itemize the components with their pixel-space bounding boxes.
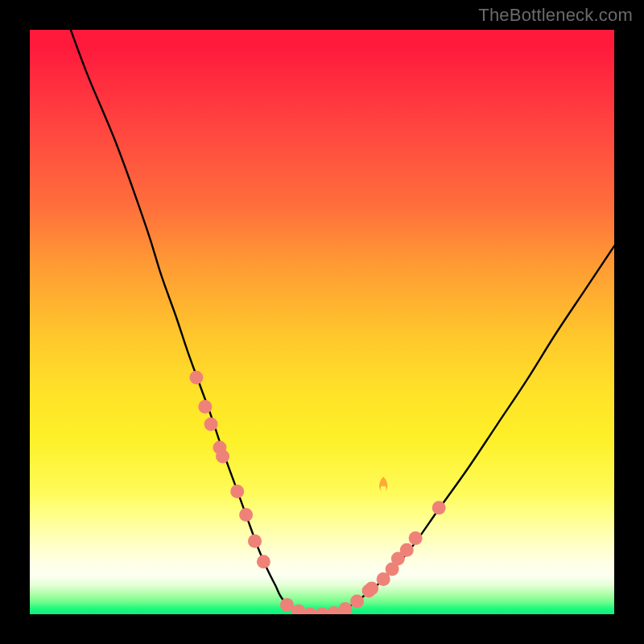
data-point (239, 508, 253, 522)
flame-icon (379, 477, 387, 492)
flame-marker-icon (379, 477, 387, 492)
bottleneck-curve (71, 30, 614, 614)
data-point (230, 485, 244, 498)
plot-area (30, 30, 614, 614)
data-point (316, 608, 329, 615)
data-point (339, 602, 353, 614)
data-point (400, 543, 414, 557)
data-point (204, 418, 218, 431)
data-point (257, 555, 270, 568)
data-point (409, 531, 423, 545)
data-point (303, 608, 317, 615)
data-point (280, 598, 294, 612)
data-point (350, 595, 364, 609)
watermark-text: TheBottleneck.com (478, 5, 633, 26)
data-point (216, 449, 229, 463)
chart-frame: TheBottleneck.com (0, 0, 644, 644)
data-point (365, 582, 378, 596)
data-markers (189, 370, 445, 614)
chart-svg (30, 30, 614, 614)
data-point (189, 370, 203, 384)
data-point (248, 535, 262, 548)
data-point (291, 605, 305, 614)
data-point (432, 501, 446, 514)
data-point (327, 606, 341, 614)
data-point (198, 400, 212, 414)
curve-layer (71, 30, 614, 614)
